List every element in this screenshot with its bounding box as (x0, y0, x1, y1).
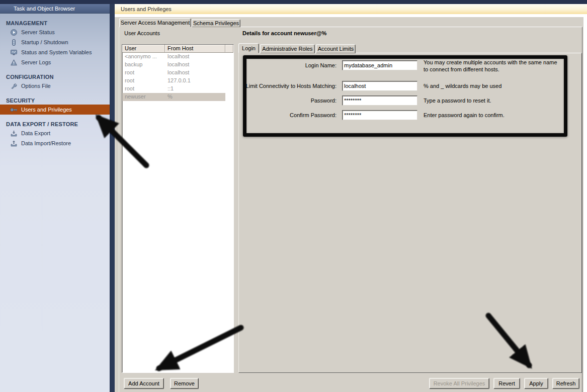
section-title: MANAGEMENT (0, 19, 110, 27)
sidebar-item-data-import[interactable]: Data Import/Restore (0, 138, 110, 148)
export-icon (10, 130, 17, 137)
sidebar-item-label: Data Export (21, 130, 50, 136)
limit-hosts-input[interactable] (342, 81, 417, 91)
user-accounts-list[interactable]: User From Host <anonymo ... localhost ba… (122, 44, 234, 373)
add-account-button[interactable]: Add Account (124, 378, 164, 389)
tab-login[interactable]: Login (238, 43, 259, 53)
sidebar-item-label: Options File (21, 83, 51, 89)
refresh-button[interactable]: Refresh (552, 378, 579, 389)
table-row[interactable]: backup localhost (122, 61, 233, 69)
sidebar-item-label: Server Status (21, 29, 55, 35)
sidebar-item-label: Users and Privileges (21, 107, 72, 113)
table-row[interactable]: root ::1 (122, 85, 233, 93)
warning-icon (10, 59, 17, 66)
key-icon (10, 106, 17, 113)
revoke-all-privileges-button[interactable]: Revoke All Privileges (429, 378, 489, 389)
limit-hosts-label: Limit Connectivity to Hosts Matching: (243, 81, 337, 91)
remove-button[interactable]: Remove (170, 378, 199, 389)
table-row-selected[interactable]: newuser % (122, 93, 233, 101)
user-accounts-label: User Accounts (124, 30, 160, 36)
section-title: DATA EXPORT / RESTORE (0, 120, 110, 128)
confirm-password-label: Confirm Password: (243, 110, 337, 120)
play-icon (10, 29, 17, 36)
sidebar-item-data-export[interactable]: Data Export (0, 128, 110, 138)
wrench-icon (10, 82, 17, 89)
password-hint: Type a password to reset it. (424, 97, 491, 104)
panel-title: Users and Privileges (115, 4, 587, 14)
cell-host: localhost (165, 61, 225, 69)
password-input[interactable] (342, 95, 417, 106)
window-top-strip (0, 0, 587, 4)
list-header: User From Host (122, 45, 233, 53)
section-title: SECURITY (0, 96, 110, 105)
app-window: Task and Object Browser MANAGEMENT Serve… (0, 0, 587, 392)
tab-account-limits[interactable]: Account Limits (316, 44, 356, 53)
cell-user: backup (122, 61, 165, 69)
cell-host: localhost (165, 69, 225, 77)
tab-schema-privileges[interactable]: Schema Privileges (192, 19, 240, 27)
sidebar: Task and Object Browser MANAGEMENT Serve… (0, 4, 110, 392)
cell-user: <anonymo ... (122, 53, 165, 61)
cell-user: root (122, 69, 165, 77)
sidebar-section-data-export-restore: DATA EXPORT / RESTORE Data Export Data I… (0, 120, 110, 148)
sidebar-item-label: Server Logs (21, 59, 51, 65)
sidebar-item-label: Status and System Variables (21, 49, 92, 55)
traffic-light-icon (10, 39, 17, 46)
sidebar-title: Task and Object Browser (0, 4, 110, 14)
tab-server-access-management[interactable]: Server Access Management (119, 18, 191, 27)
cell-host: ::1 (165, 85, 225, 93)
column-header-user[interactable]: User (122, 45, 165, 53)
sidebar-section-security: SECURITY Users and Privileges (0, 96, 110, 115)
sidebar-item-server-logs[interactable]: Server Logs (0, 57, 110, 67)
cell-user: root (122, 77, 165, 85)
table-row[interactable]: root localhost (122, 69, 233, 77)
confirm-password-hint: Enter password again to confirm. (424, 112, 505, 119)
section-title: CONFIGURATION (0, 73, 110, 81)
revert-button[interactable]: Revert (493, 378, 520, 389)
sidebar-item-startup-shutdown[interactable]: Startup / Shutdown (0, 37, 110, 47)
sidebar-item-label: Startup / Shutdown (21, 39, 68, 45)
sidebar-divider (110, 4, 115, 392)
tab-administrative-roles[interactable]: Administrative Roles (260, 44, 315, 53)
cell-user: root (122, 85, 165, 93)
table-row[interactable]: root 127.0.0.1 (122, 77, 233, 85)
column-header-stub (225, 45, 233, 53)
login-name-label: Login Name: (243, 60, 337, 70)
sidebar-section-management: MANAGEMENT Server Status Startup / Shutd… (0, 19, 110, 67)
import-icon (10, 140, 17, 147)
cell-user: newuser (122, 93, 165, 101)
cell-host: % (165, 93, 225, 101)
column-header-from-host[interactable]: From Host (165, 45, 225, 53)
cell-host: 127.0.0.1 (165, 77, 225, 85)
sidebar-item-options-file[interactable]: Options File (0, 81, 110, 91)
password-label: Password: (243, 95, 337, 106)
apply-button[interactable]: Apply (524, 378, 548, 389)
sidebar-item-status-variables[interactable]: Status and System Variables (0, 47, 110, 57)
limit-hosts-hint: % and _ wildcards may be used (424, 82, 501, 89)
login-name-hint: You may create multiple accounts with th… (424, 59, 557, 73)
sidebar-item-server-status[interactable]: Server Status (0, 27, 110, 37)
sidebar-item-label: Data Import/Restore (21, 140, 71, 146)
sidebar-section-configuration: CONFIGURATION Options File (0, 73, 110, 91)
table-row[interactable]: <anonymo ... localhost (122, 53, 233, 61)
sidebar-item-users-privileges[interactable]: Users and Privileges (0, 105, 110, 115)
cell-host: localhost (165, 53, 225, 61)
confirm-password-input[interactable] (342, 110, 417, 120)
monitor-icon (10, 49, 17, 56)
login-name-input[interactable] (342, 60, 417, 70)
details-heading: Details for account newuser@% (242, 30, 326, 36)
